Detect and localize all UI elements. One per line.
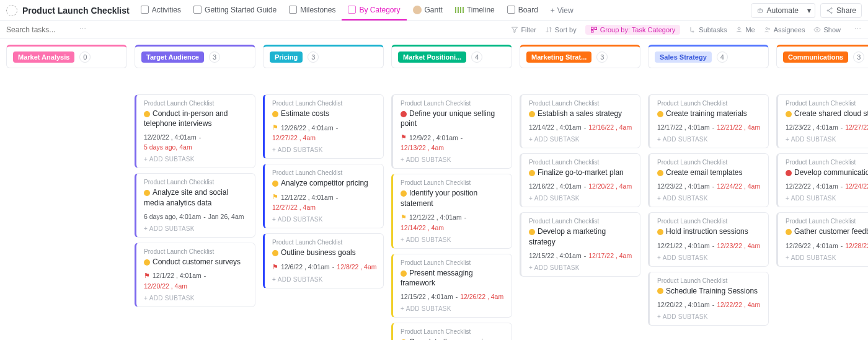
task-card[interactable]: Product Launch ChecklistAnalyze site and… xyxy=(135,173,255,237)
card-dates: 12/26/22 , 4:01am - 12/28/22 , 4am xyxy=(786,242,868,249)
tab-activities[interactable]: Activities xyxy=(135,0,187,20)
group-button[interactable]: Group by: Task Category xyxy=(585,25,680,35)
automate-dropdown[interactable]: ▾ xyxy=(804,3,815,18)
toolbar-more-icon[interactable]: ⋯ xyxy=(854,25,862,34)
date-separator: - xyxy=(332,263,335,271)
automate-button[interactable]: Automate xyxy=(751,3,804,18)
add-subtask-button[interactable]: + ADD SUBTASK xyxy=(401,305,505,312)
add-subtask-button[interactable]: + ADD SUBTASK xyxy=(272,146,377,153)
column-header[interactable]: Market Positioni...4 xyxy=(391,45,512,68)
tab-timeline[interactable]: Timeline xyxy=(449,0,501,20)
card-dates: 12/17/22 , 4:01am - 12/21/22 , 4am xyxy=(657,123,762,131)
task-card[interactable]: Product Launch ChecklistGather customer … xyxy=(776,212,868,266)
task-card[interactable]: Product Launch ChecklistComplete the mes… xyxy=(391,323,512,340)
end-date: 12/27/22 , 4am xyxy=(272,134,316,141)
task-card[interactable]: Product Launch ChecklistEstimate costs⚑1… xyxy=(263,94,384,159)
task-card[interactable]: Product Launch ChecklistHold instruction… xyxy=(648,212,769,266)
view-tabs: Activities Getting Started Guide Milesto… xyxy=(135,0,580,20)
tab-getting-started[interactable]: Getting Started Guide xyxy=(187,0,283,20)
start-date: 12/26/22 , 4:01am xyxy=(786,242,838,249)
add-subtask-button[interactable]: + ADD SUBTASK xyxy=(657,254,762,261)
me-button[interactable]: Me xyxy=(735,26,755,34)
card-title: Develop a marketing strategy xyxy=(529,226,634,246)
show-button[interactable]: Show xyxy=(813,26,841,34)
add-subtask-button[interactable]: + ADD SUBTASK xyxy=(786,254,868,261)
category-badge: Target Audience xyxy=(141,51,204,63)
tab-board[interactable]: Board xyxy=(501,0,544,20)
task-card[interactable]: Product Launch ChecklistDevelop communic… xyxy=(776,153,868,207)
svg-point-6 xyxy=(831,12,832,13)
svg-rect-10 xyxy=(591,27,593,30)
subtasks-button[interactable]: Subtasks xyxy=(689,26,727,34)
add-subtask-button[interactable]: + ADD SUBTASK xyxy=(529,195,634,202)
add-subtask-button[interactable]: + ADD SUBTASK xyxy=(401,156,505,163)
task-card[interactable]: Product Launch ChecklistPresent messagin… xyxy=(391,254,512,318)
tab-gantt[interactable]: Gantt xyxy=(407,0,449,20)
end-date: 12/16/22 , 4am xyxy=(588,123,632,131)
add-subtask-button[interactable]: + ADD SUBTASK xyxy=(529,136,634,143)
status-icon xyxy=(272,250,278,256)
column-count: 3 xyxy=(209,51,220,63)
filter-button[interactable]: Filter xyxy=(511,26,536,34)
add-subtask-button[interactable]: + ADD SUBTASK xyxy=(657,136,762,143)
date-separator: - xyxy=(841,242,843,249)
add-subtask-button[interactable]: + ADD SUBTASK xyxy=(272,276,377,283)
add-subtask-button[interactable]: + ADD SUBTASK xyxy=(657,195,762,202)
card-dates: ⚑12/26/22 , 4:01am - 12/27/22 , 4am xyxy=(272,123,377,141)
add-view-button[interactable]: + View xyxy=(544,6,580,15)
add-subtask-button[interactable]: + ADD SUBTASK xyxy=(144,156,249,163)
column-header[interactable]: Sales Strategy4 xyxy=(648,45,769,68)
tab-by-category[interactable]: By Category xyxy=(342,0,406,20)
add-subtask-button[interactable]: + ADD SUBTASK xyxy=(657,313,762,320)
search-input[interactable] xyxy=(6,25,74,34)
chevron-down-icon: ▾ xyxy=(807,6,811,15)
card-title-text: Create shared cloud storage xyxy=(794,109,868,118)
column-header[interactable]: Marketing Strat...3 xyxy=(520,45,640,68)
card-title-text: Complete the messaging framework xyxy=(401,338,492,340)
task-card[interactable]: Product Launch ChecklistEstablish a sale… xyxy=(520,94,640,148)
task-card[interactable]: Product Launch ChecklistCreate email tem… xyxy=(648,153,769,207)
add-subtask-button[interactable]: + ADD SUBTASK xyxy=(401,236,505,243)
add-subtask-button[interactable]: + ADD SUBTASK xyxy=(272,216,377,223)
card-title-text: Analyze site and social media analytics … xyxy=(144,188,228,207)
add-subtask-button[interactable]: + ADD SUBTASK xyxy=(529,264,634,271)
board: Market Analysis0Target Audience3Product … xyxy=(0,38,868,340)
column-header[interactable]: Pricing3 xyxy=(263,45,384,68)
task-card[interactable]: Product Launch ChecklistConduct customer… xyxy=(135,243,255,307)
task-card[interactable]: Product Launch ChecklistFinalize go-to-m… xyxy=(520,153,640,207)
card-dates: ⚑12/12/22 , 4:01am - 12/14/22 , 4am xyxy=(401,213,505,231)
task-card[interactable]: Product Launch ChecklistAnalyze competit… xyxy=(263,164,384,228)
share-button[interactable]: Share xyxy=(820,3,862,18)
card-title-text: Estimate costs xyxy=(281,109,329,118)
doc-icon xyxy=(193,6,202,14)
add-subtask-button[interactable]: + ADD SUBTASK xyxy=(144,295,249,302)
task-card[interactable]: Product Launch ChecklistConduct in-perso… xyxy=(135,94,255,168)
task-card[interactable]: Product Launch ChecklistOutline business… xyxy=(263,233,384,288)
task-card[interactable]: Product Launch ChecklistDevelop a market… xyxy=(520,212,640,276)
task-card[interactable]: Product Launch ChecklistCreate training … xyxy=(648,94,769,148)
group-label: Group by: Task Category xyxy=(600,26,675,34)
card-title: Present messaging framework xyxy=(401,268,505,288)
tab-milestones[interactable]: Milestones xyxy=(283,0,342,20)
date-separator: - xyxy=(712,301,715,308)
column-header[interactable]: Communications3 xyxy=(776,45,868,68)
svg-point-17 xyxy=(817,29,818,30)
sort-button[interactable]: Sort by xyxy=(545,26,577,34)
status-icon xyxy=(786,229,792,235)
date-separator: - xyxy=(336,194,339,201)
task-card[interactable]: Product Launch ChecklistDefine your uniq… xyxy=(391,94,512,169)
show-label: Show xyxy=(823,26,841,34)
column: Market Analysis0 xyxy=(6,45,127,340)
card-title-text: Gather customer feedback xyxy=(794,227,868,236)
status-icon xyxy=(657,229,663,235)
task-card[interactable]: Product Launch ChecklistCreate shared cl… xyxy=(776,94,868,148)
task-card[interactable]: Product Launch ChecklistSchedule Trainin… xyxy=(648,272,769,326)
add-subtask-button[interactable]: + ADD SUBTASK xyxy=(144,225,249,232)
add-subtask-button[interactable]: + ADD SUBTASK xyxy=(786,195,868,202)
task-card[interactable]: Product Launch ChecklistIdentify your po… xyxy=(391,174,512,248)
search-more-icon[interactable]: ⋯ xyxy=(79,25,87,34)
column-header[interactable]: Target Audience3 xyxy=(135,45,255,68)
assignees-button[interactable]: Assignees xyxy=(764,26,805,34)
add-subtask-button[interactable]: + ADD SUBTASK xyxy=(786,136,868,143)
column-header[interactable]: Market Analysis0 xyxy=(6,45,127,68)
